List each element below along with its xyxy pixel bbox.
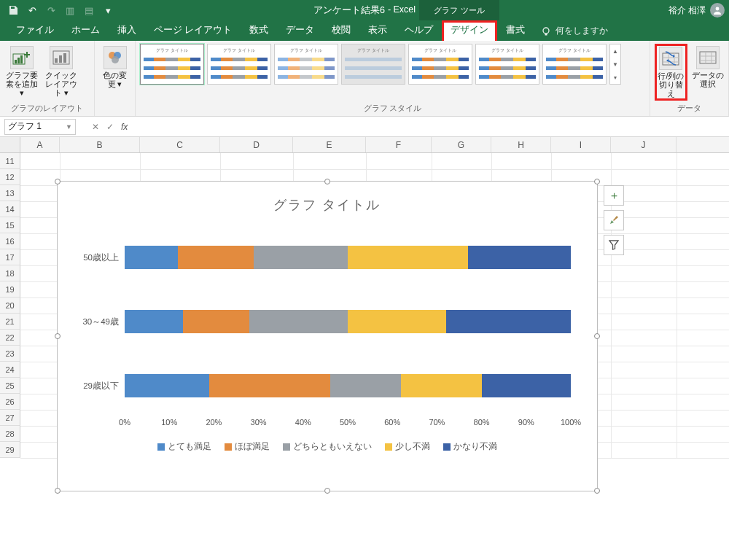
- quick-layout-button[interactable]: クイックレイアウト ▾: [44, 44, 79, 97]
- chart-style-thumb[interactable]: グラフ タイトル: [408, 44, 472, 85]
- chart-style-gallery[interactable]: グラフ タイトルグラフ タイトルグラフ タイトルグラフ タイトルグラフ タイトル…: [140, 44, 621, 85]
- legend-item[interactable]: 少し不満: [385, 441, 430, 452]
- resize-handle[interactable]: [55, 179, 61, 184]
- legend-item[interactable]: かなり不満: [443, 441, 497, 452]
- tab-view[interactable]: 表示: [359, 20, 396, 41]
- tab-home[interactable]: ホーム: [63, 20, 109, 41]
- tab-insert[interactable]: 挿入: [109, 20, 145, 41]
- chart-filter-button[interactable]: [604, 235, 624, 255]
- tab-data[interactable]: データ: [277, 20, 323, 41]
- bar-segment[interactable]: [330, 374, 402, 397]
- resize-handle[interactable]: [594, 333, 600, 339]
- bar-segment[interactable]: [254, 246, 348, 269]
- save-icon[interactable]: [4, 2, 22, 18]
- chart-styles-button[interactable]: [604, 210, 624, 230]
- chart-style-thumb[interactable]: グラフ タイトル: [140, 44, 204, 85]
- row-header[interactable]: 20: [0, 298, 20, 314]
- column-header[interactable]: C: [140, 137, 220, 152]
- x-axis[interactable]: 0%10%20%30%40%50%60%70%80%90%100%: [125, 418, 571, 435]
- row-header[interactable]: 18: [0, 265, 20, 281]
- row-header[interactable]: 17: [0, 249, 20, 265]
- tab-formulas[interactable]: 数式: [241, 20, 277, 41]
- row-header[interactable]: 24: [0, 362, 20, 378]
- resize-handle[interactable]: [324, 179, 330, 184]
- plot-area[interactable]: 50歳以上30～49歳29歳以下: [125, 224, 571, 413]
- resize-handle[interactable]: [594, 488, 600, 494]
- tab-design[interactable]: デザイン: [442, 20, 497, 41]
- qat-icon-1[interactable]: ▥: [61, 2, 79, 18]
- row-header[interactable]: 29: [0, 442, 20, 458]
- chart-style-thumb[interactable]: グラフ タイトル: [341, 44, 405, 85]
- name-box[interactable]: グラフ 1 ▼: [4, 119, 76, 135]
- bar-segment[interactable]: [125, 310, 183, 333]
- column-header[interactable]: H: [491, 137, 551, 152]
- legend-item[interactable]: ほぼ満足: [225, 441, 270, 452]
- resize-handle[interactable]: [55, 488, 61, 494]
- tab-help[interactable]: ヘルプ: [396, 20, 442, 41]
- resize-handle[interactable]: [594, 179, 600, 184]
- bar-segment[interactable]: [468, 246, 571, 269]
- row-header[interactable]: 11: [0, 153, 20, 169]
- column-header[interactable]: I: [551, 137, 611, 152]
- legend-item[interactable]: どちらともいえない: [283, 441, 372, 452]
- style-gallery-more[interactable]: ▲▼▾: [609, 44, 621, 85]
- row-header[interactable]: 16: [0, 233, 20, 249]
- row-header[interactable]: 15: [0, 217, 20, 233]
- bar-segment[interactable]: [482, 374, 571, 397]
- bar-segment[interactable]: [348, 310, 446, 333]
- tab-page-layout[interactable]: ページ レイアウト: [145, 20, 241, 41]
- bar-segment[interactable]: [183, 310, 250, 333]
- switch-row-column-button[interactable]: 行/列の切り替え: [655, 44, 687, 101]
- add-chart-element-button[interactable]: グラフ要素を追加 ▾: [4, 44, 39, 97]
- enter-icon[interactable]: ✓: [106, 122, 114, 132]
- legend-item[interactable]: とても満足: [157, 441, 211, 452]
- avatar[interactable]: [710, 3, 725, 18]
- bar-segment[interactable]: [125, 374, 209, 397]
- tab-review[interactable]: 校閲: [323, 20, 359, 41]
- row-headers[interactable]: 11121314151617181920212223242526272829: [0, 153, 20, 458]
- column-header[interactable]: D: [220, 137, 293, 152]
- column-header[interactable]: J: [611, 137, 677, 152]
- chart-style-thumb[interactable]: グラフ タイトル: [274, 44, 338, 85]
- bar-segment[interactable]: [348, 246, 468, 269]
- row-header[interactable]: 13: [0, 185, 20, 201]
- tab-file[interactable]: ファイル: [7, 20, 63, 41]
- worksheet[interactable]: ABCDEFGHIJ 11121314151617181920212223242…: [0, 137, 729, 458]
- column-header[interactable]: G: [432, 137, 491, 152]
- embedded-chart[interactable]: グラフ タイトル 50歳以上30～49歳29歳以下 0%10%20%30%40%…: [57, 181, 598, 491]
- column-header[interactable]: F: [366, 137, 432, 152]
- row-header[interactable]: 25: [0, 378, 20, 394]
- redo-icon[interactable]: ↷: [42, 2, 60, 18]
- fx-icon[interactable]: fx: [121, 122, 128, 132]
- row-header[interactable]: 26: [0, 394, 20, 410]
- row-header[interactable]: 22: [0, 330, 20, 346]
- chart-style-thumb[interactable]: グラフ タイトル: [475, 44, 539, 85]
- bar-segment[interactable]: [446, 310, 571, 333]
- column-header[interactable]: E: [293, 137, 366, 152]
- bar-segment[interactable]: [178, 246, 254, 269]
- column-header[interactable]: B: [60, 137, 140, 152]
- formula-bar[interactable]: ✕ ✓ fx: [79, 122, 128, 132]
- resize-handle[interactable]: [55, 333, 61, 339]
- row-header[interactable]: 23: [0, 346, 20, 362]
- qat-more-icon[interactable]: ▾: [99, 2, 117, 18]
- select-all-corner[interactable]: [0, 137, 20, 152]
- chart-area[interactable]: グラフ タイトル 50歳以上30～49歳29歳以下 0%10%20%30%40%…: [66, 190, 588, 482]
- tab-format[interactable]: 書式: [497, 20, 534, 41]
- name-box-dropdown-icon[interactable]: ▼: [66, 123, 72, 131]
- bar-segment[interactable]: [249, 310, 348, 333]
- bar-segment[interactable]: [125, 246, 178, 269]
- user-area[interactable]: 裕介 相澤: [668, 3, 725, 18]
- tell-me-search[interactable]: 何をしますか: [534, 21, 615, 41]
- qat-icon-2[interactable]: ▤: [80, 2, 98, 18]
- bar-segment[interactable]: [401, 374, 481, 397]
- column-headers[interactable]: ABCDEFGHIJ: [0, 137, 729, 153]
- resize-handle[interactable]: [324, 488, 330, 494]
- bar-segment[interactable]: [209, 374, 330, 397]
- chart-style-thumb[interactable]: グラフ タイトル: [542, 44, 607, 85]
- chart-elements-button[interactable]: ＋: [604, 185, 624, 206]
- chart-title[interactable]: グラフ タイトル: [66, 190, 588, 224]
- stacked-bar[interactable]: [125, 374, 571, 397]
- cell-grid[interactable]: グラフ タイトル 50歳以上30～49歳29歳以下 0%10%20%30%40%…: [20, 153, 729, 458]
- row-header[interactable]: 12: [0, 169, 20, 185]
